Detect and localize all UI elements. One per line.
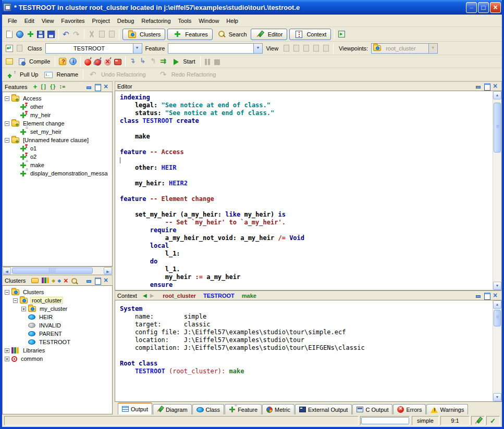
collapse-icon[interactable]: − — [5, 121, 9, 126]
tab-warnings[interactable]: Warnings — [426, 404, 468, 414]
new-file-icon[interactable] — [6, 31, 13, 38]
menu-project[interactable]: Project — [89, 16, 114, 26]
menu-favorites[interactable]: Favorites — [57, 16, 88, 26]
tree-item-display-demonstration-messa[interactable]: display_demonstration_messa — [3, 169, 112, 178]
run-no-stop-icon[interactable] — [160, 57, 168, 66]
tree-item-my-cluster[interactable]: +my_cluster — [3, 305, 112, 313]
expand-icon[interactable]: + — [21, 307, 26, 311]
vscroll-thumb[interactable] — [494, 310, 501, 326]
tree-item-libraries[interactable]: +Libraries — [3, 346, 112, 355]
breadcrumb-root-cluster[interactable]: root_cluster — [163, 293, 196, 299]
search-icon[interactable] — [71, 278, 78, 285]
hscroll-thumb[interactable] — [12, 268, 93, 274]
menu-file[interactable]: File — [4, 16, 21, 26]
menu-help[interactable]: Help — [223, 16, 242, 26]
tree-item-unnamed-feature-clause[interactable]: −[Unnamed feature clause] — [3, 136, 112, 144]
collapse-icon[interactable]: − — [5, 290, 9, 295]
add-icon[interactable] — [26, 30, 34, 39]
tree-item-set-my-heir[interactable]: set_my_heir — [3, 128, 112, 136]
feature-braces-icon[interactable] — [50, 84, 56, 90]
feature-clauses-icon[interactable] — [40, 84, 46, 90]
tree-item-common[interactable]: +common — [3, 355, 112, 363]
menu-tools[interactable]: Tools — [175, 16, 195, 26]
pane-minimize-icon[interactable] — [85, 84, 92, 90]
compile-help-icon[interactable] — [59, 58, 66, 65]
rename-button[interactable]: Rename — [41, 69, 81, 80]
tree-item-root-cluster[interactable]: −root_cluster — [3, 296, 112, 305]
scroll-up-icon[interactable] — [493, 300, 501, 309]
history-back-icon[interactable] — [143, 293, 147, 298]
tree-item-invalid[interactable]: INVALID — [3, 321, 112, 330]
menu-edit[interactable]: Edit — [21, 16, 38, 26]
tab-c-output[interactable]: C Output — [352, 404, 392, 414]
tab-feature[interactable]: Feature — [225, 404, 262, 414]
editor-button[interactable]: Editor — [251, 29, 288, 40]
tree-item-my-heir[interactable]: my_heir — [3, 111, 112, 119]
context-vscrollbar[interactable] — [493, 300, 501, 401]
pane-minimize-icon[interactable] — [85, 277, 92, 284]
maximize-button[interactable] — [478, 2, 489, 13]
info-icon[interactable] — [69, 58, 77, 65]
pane-close-icon[interactable] — [103, 84, 110, 90]
tree-item-o2[interactable]: o2 — [3, 153, 112, 161]
remove-icon[interactable] — [62, 276, 69, 285]
add-item-icon[interactable] — [57, 278, 61, 283]
external-editor-icon[interactable] — [338, 31, 345, 37]
editor-vscrollbar[interactable] — [493, 91, 501, 290]
project-settings-icon[interactable] — [6, 58, 13, 65]
scroll-down-icon[interactable] — [493, 393, 501, 401]
search-button[interactable]: Search — [214, 29, 250, 40]
step-into-icon[interactable] — [129, 57, 137, 66]
chevron-down-icon[interactable] — [133, 44, 142, 53]
pane-minimize-icon[interactable] — [474, 293, 482, 299]
expand-icon[interactable]: + — [5, 348, 9, 353]
melt-icon[interactable] — [84, 59, 91, 66]
undo-icon[interactable] — [62, 30, 70, 39]
context-output[interactable]: System name: simple target: classic conf… — [115, 300, 501, 401]
add-library-icon[interactable] — [42, 277, 49, 283]
tab-diagram[interactable]: Diagram — [153, 404, 192, 414]
add-feature-icon[interactable] — [33, 83, 37, 91]
context-body[interactable]: System name: simple target: classic conf… — [115, 300, 502, 402]
save-all-icon[interactable] — [47, 31, 55, 38]
pane-close-icon[interactable] — [492, 293, 499, 299]
expand-icon[interactable]: + — [5, 357, 9, 361]
tree-item-clusters[interactable]: −Clusters — [3, 288, 112, 296]
pane-maximize-icon[interactable] — [94, 277, 101, 284]
tree-item-access[interactable]: −Access — [3, 94, 112, 103]
tab-errors[interactable]: Errors — [393, 404, 426, 414]
context-button[interactable]: Context — [289, 29, 331, 40]
tab-output[interactable]: Output — [118, 402, 152, 414]
menu-window[interactable]: Window — [195, 16, 223, 26]
assigner-icon[interactable] — [59, 84, 65, 90]
pane-close-icon[interactable] — [492, 83, 499, 90]
finalize-icon[interactable] — [114, 59, 121, 65]
menu-debug[interactable]: Debug — [114, 16, 138, 26]
collapse-icon[interactable]: − — [5, 96, 9, 101]
pane-minimize-icon[interactable] — [474, 83, 482, 90]
collapse-icon[interactable]: − — [5, 138, 9, 143]
vscroll-thumb[interactable] — [494, 103, 501, 153]
tree-item-parent[interactable]: PARENT — [3, 330, 112, 338]
features-button[interactable]: Features — [167, 29, 212, 40]
open-in-editor-icon[interactable] — [6, 45, 13, 52]
features-hscrollbar[interactable] — [2, 267, 113, 275]
scroll-right-icon[interactable] — [104, 267, 112, 274]
step-over-icon[interactable] — [139, 57, 147, 66]
open-icon[interactable] — [16, 31, 23, 38]
tree-item-other[interactable]: other — [3, 103, 112, 111]
feature-combo[interactable] — [168, 43, 263, 54]
menu-view[interactable]: View — [38, 16, 58, 26]
freeze-icon[interactable] — [94, 59, 101, 66]
breadcrumb-testroot[interactable]: TESTROOT — [203, 293, 235, 299]
close-button[interactable] — [490, 2, 501, 13]
editor-body[interactable]: indexing legal: "See notice at end of cl… — [115, 91, 502, 291]
pane-maximize-icon[interactable] — [483, 83, 490, 90]
menu-refactoring[interactable]: Refactoring — [138, 16, 174, 26]
clusters-button[interactable]: Clusters — [122, 29, 165, 40]
scroll-left-icon[interactable] — [3, 267, 11, 274]
class-combo[interactable]: TESTROOT — [45, 43, 142, 54]
minimize-button[interactable] — [466, 2, 477, 13]
editor-code[interactable]: indexing legal: "See notice at end of cl… — [115, 91, 501, 290]
scroll-up-icon[interactable] — [493, 91, 501, 99]
